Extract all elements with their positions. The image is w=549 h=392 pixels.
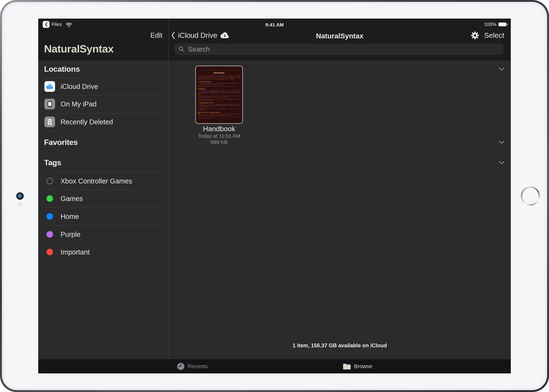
sidebar-tag-purple[interactable]: Purple bbox=[38, 225, 169, 243]
trash-icon bbox=[44, 117, 55, 127]
tag-circle-icon bbox=[46, 231, 53, 238]
tab-recents[interactable]: Recents bbox=[177, 359, 208, 373]
tab-browse[interactable]: Browse bbox=[343, 359, 372, 373]
tag-label: Games bbox=[61, 190, 83, 208]
tag-circle-icon bbox=[46, 178, 53, 184]
folder-icon bbox=[343, 363, 351, 370]
search-field[interactable] bbox=[174, 43, 504, 55]
page-title: NaturalSyntax bbox=[169, 32, 511, 40]
section-header-tags[interactable]: Tags bbox=[44, 158, 61, 167]
status-battery-group: 100% bbox=[484, 22, 506, 27]
sidebar-tag-home[interactable]: Home bbox=[38, 208, 169, 225]
chevron-down-icon[interactable] bbox=[499, 141, 505, 144]
tag-label: Home bbox=[61, 208, 79, 225]
sidebar-item-on-my-ipad[interactable]: On My iPad bbox=[38, 96, 169, 112]
tag-label: Important bbox=[61, 243, 90, 261]
battery-percent-label: 100% bbox=[484, 22, 496, 27]
sidebar-item-label: On My iPad bbox=[61, 96, 97, 112]
files-app-screen: Files 9:41 AM 100% Edit iCloud Drive bbox=[38, 19, 511, 373]
tag-circle-icon bbox=[46, 195, 53, 202]
ipad-device-frame: Files 9:41 AM 100% Edit iCloud Drive bbox=[0, 0, 549, 392]
home-button[interactable] bbox=[521, 186, 540, 206]
select-button[interactable]: Select bbox=[484, 31, 504, 40]
divider bbox=[44, 261, 165, 261]
icloud-drive-icon bbox=[44, 81, 55, 92]
front-camera bbox=[16, 192, 24, 200]
sidebar-tag-games[interactable]: Games bbox=[38, 190, 169, 208]
screenshot: Files 9:41 AM 100% Edit iCloud Drive bbox=[0, 0, 549, 392]
tab-label: Browse bbox=[354, 363, 372, 370]
divider bbox=[44, 95, 165, 95]
file-modified-date: Today at 11:01 AM bbox=[190, 133, 248, 139]
chevron-down-icon[interactable] bbox=[499, 67, 505, 71]
ipad-icon bbox=[44, 99, 55, 109]
light-sensor bbox=[18, 202, 22, 206]
sidebar-tag-xbox-controller-games[interactable]: Xbox Controller Games bbox=[38, 172, 169, 190]
storage-summary: 1 item, 156.37 GB available on iCloud bbox=[169, 343, 511, 349]
section-header-favorites[interactable]: Favorites bbox=[44, 138, 78, 147]
tab-bar: Recents Browse bbox=[38, 359, 511, 373]
search-icon bbox=[179, 46, 185, 52]
sidebar-tag-important[interactable]: Important bbox=[38, 243, 169, 261]
section-header-locations[interactable]: Locations bbox=[44, 65, 80, 74]
gear-icon[interactable] bbox=[471, 31, 479, 39]
sidebar-item-label: Recently Deleted bbox=[61, 113, 113, 130]
file-size: 689 KB bbox=[190, 139, 248, 145]
divider bbox=[44, 131, 165, 131]
status-time: 9:41 AM bbox=[38, 22, 511, 28]
tag-circle-icon bbox=[46, 249, 53, 255]
search-input[interactable] bbox=[188, 45, 500, 53]
file-name[interactable]: Handbook bbox=[190, 125, 248, 133]
file-thumbnail-doc[interactable]: HandbookWelcome to Natural Syntax, withi… bbox=[195, 66, 243, 124]
tab-label: Recents bbox=[188, 363, 208, 370]
sidebar-app-title: NaturalSyntax bbox=[44, 43, 114, 55]
tag-label: Purple bbox=[61, 225, 80, 243]
sidebar-item-recently-deleted[interactable]: Recently Deleted bbox=[38, 113, 169, 130]
tag-circle-icon bbox=[46, 213, 53, 220]
battery-icon bbox=[498, 22, 506, 26]
clock-icon bbox=[177, 362, 185, 370]
nav-right-controls: Select bbox=[471, 31, 504, 40]
sidebar-item-icloud-drive[interactable]: iCloud Drive bbox=[38, 78, 169, 95]
sidebar-item-label: iCloud Drive bbox=[61, 78, 98, 95]
sidebar-edit-button[interactable]: Edit bbox=[38, 31, 162, 39]
chevron-down-icon[interactable] bbox=[499, 161, 505, 164]
tag-label: Xbox Controller Games bbox=[61, 172, 132, 190]
